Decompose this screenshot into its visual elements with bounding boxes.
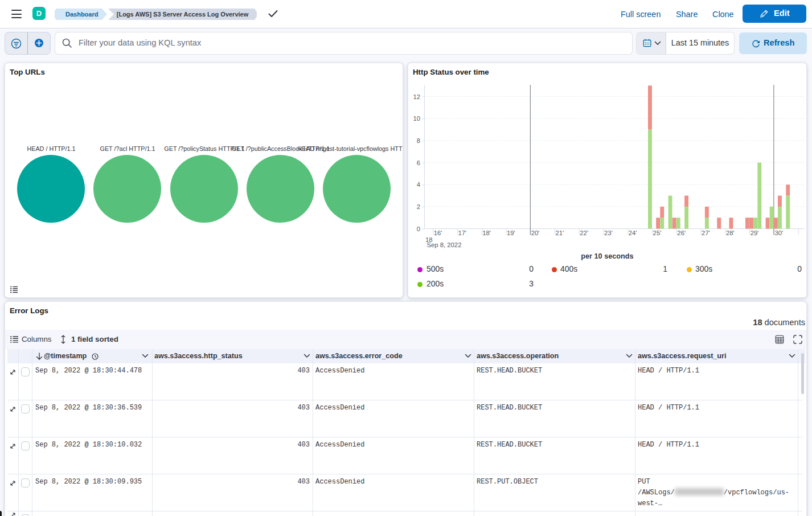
- svg-text:30': 30': [774, 230, 783, 236]
- svg-text:28': 28': [726, 230, 735, 236]
- svg-text:27': 27': [702, 230, 710, 236]
- svg-text:Sep 8, 2022: Sep 8, 2022: [427, 241, 462, 248]
- svg-text:17': 17': [458, 230, 467, 236]
- svg-text:23': 23': [604, 230, 613, 236]
- svg-text:20': 20': [531, 230, 540, 236]
- svg-text:24': 24': [629, 230, 637, 236]
- svg-text:26': 26': [677, 230, 686, 236]
- svg-text:29': 29': [751, 230, 759, 236]
- svg-text:22': 22': [580, 230, 588, 236]
- svg-text:0: 0: [417, 226, 420, 232]
- svg-text:6: 6: [417, 159, 420, 166]
- svg-text:2: 2: [417, 203, 420, 210]
- svg-text:19': 19': [507, 230, 515, 236]
- svg-text:16': 16': [434, 230, 442, 236]
- svg-text:18': 18': [482, 230, 491, 236]
- svg-text:21': 21': [556, 230, 564, 236]
- svg-text:12: 12: [413, 93, 420, 100]
- svg-text:25': 25': [653, 230, 662, 236]
- svg-text:10: 10: [413, 115, 420, 122]
- svg-text:8: 8: [417, 137, 420, 144]
- svg-text:4: 4: [417, 181, 420, 188]
